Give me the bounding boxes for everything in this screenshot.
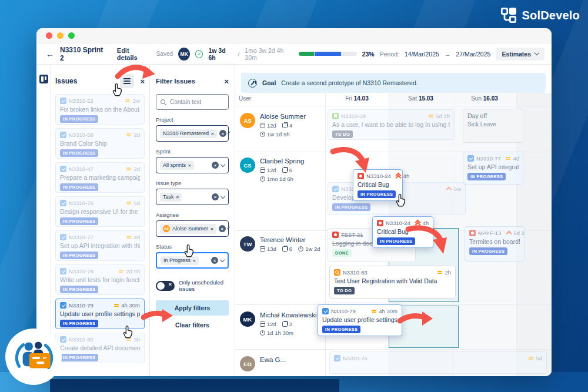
calendar-icon [260, 123, 265, 128]
schedule-grid: Goal Create a second prototype of N3310 … [235, 65, 552, 376]
issues-count-icon [282, 321, 288, 327]
user-row-terence: TW Terence Winter 13d61w 2d [240, 236, 320, 252]
search-input[interactable] [170, 99, 224, 105]
filter-panel: Filter Issues Project N3310 Remastered S… [150, 65, 235, 376]
priority-medium-icon [528, 356, 533, 361]
maximize-window-button[interactable] [68, 32, 75, 39]
board-icon[interactable] [39, 75, 48, 83]
annotation-arrow [141, 306, 175, 327]
story-type-icon [332, 113, 339, 119]
issue-card[interactable]: N3310-472d Prepare a marketing campaign … [55, 162, 145, 193]
scheduled-card-login-story[interactable]: N3310-395d 2h As a user, I want to be ab… [328, 109, 455, 140]
priority-medium-icon [506, 156, 511, 161]
issue-card[interactable]: N3310-782d 5h Write unit tests for login… [55, 264, 145, 295]
hand-cursor [182, 243, 195, 257]
status-badge: IN PROGRESS [322, 326, 360, 333]
period-label: Period: [380, 51, 399, 58]
chevron-down-icon [220, 257, 225, 262]
issues-count-icon [282, 123, 288, 128]
task-type-icon [60, 98, 66, 104]
remove-chip-icon[interactable] [188, 162, 191, 168]
soldevelo-logo-icon [500, 7, 517, 24]
issue-card[interactable]: N3310-765d Design responsive UI for the … [55, 196, 145, 227]
clear-select-icon[interactable] [212, 162, 219, 169]
remove-chip-icon[interactable] [211, 130, 214, 136]
status-badge: IN PROGRESS [469, 247, 507, 255]
close-window-button[interactable] [46, 32, 52, 39]
issue-card[interactable]: N3310-522w Fix broken links on the About… [55, 94, 145, 125]
period-end-date[interactable]: 27/Mar/2025 [456, 51, 490, 58]
assignee-select[interactable]: ASAloise Summer [156, 220, 229, 237]
close-filter-panel-button[interactable] [224, 77, 229, 86]
issue-card[interactable]: N3310-774d Set up API integration with t… [55, 230, 145, 261]
avatar: CS [240, 158, 255, 173]
user-row-michal: MK Michał Kowalewski 12d2 1d 1h 30m [240, 311, 317, 336]
scheduled-card-registration[interactable]: N3310-832h Test User Registration with V… [329, 266, 456, 299]
background-band-dark [50, 379, 339, 392]
priority-medium-icon [437, 270, 442, 275]
scheduled-card-bottom-partial[interactable]: N3310-765d [329, 351, 547, 374]
minimize-window-button[interactable] [57, 32, 64, 39]
priority-medium-icon [125, 98, 131, 103]
user-avatar[interactable]: MK [178, 48, 190, 61]
remove-chip-icon[interactable] [176, 194, 179, 200]
estimates-dropdown[interactable]: Estimates [496, 48, 544, 61]
search-box[interactable] [156, 94, 229, 110]
issues-count-icon [282, 167, 288, 173]
issue-card[interactable]: N3310-582d Brand Color Ship IN PROGRESS [55, 128, 145, 159]
sprint-label: Sprint [156, 148, 229, 155]
check-circle-icon [195, 50, 203, 58]
column-header-sun: Sun 16.03 [453, 95, 516, 102]
status-badge: IN PROGRESS [60, 217, 98, 225]
scheduled-card-api-integration[interactable]: N3310-774d Set up API integration... IN … [463, 152, 523, 185]
issue-type-chip[interactable]: Task [160, 193, 182, 202]
user-row-partial: EG Ewa G... [240, 356, 286, 371]
time-divider: / [238, 51, 239, 58]
back-icon[interactable]: ← [46, 49, 54, 59]
clear-select-icon[interactable] [211, 257, 218, 264]
unscheduled-toggle[interactable] [156, 281, 175, 291]
priority-medium-icon [126, 200, 131, 206]
task-type-icon [60, 234, 66, 240]
column-header-sat: Sat 15.03 [389, 95, 453, 102]
issues-list: N3310-522w Fix broken links on the About… [55, 94, 145, 363]
project-chip[interactable]: N3310 Remastered [160, 129, 217, 138]
dragged-card-profile-page[interactable]: N3310-794h 30m Update user profile setti… [318, 304, 402, 336]
remove-chip-icon[interactable] [193, 257, 196, 263]
issue-type-select[interactable]: Task [156, 189, 229, 205]
sprint-chip[interactable]: All sprints [160, 161, 194, 170]
annotation-arrow [405, 223, 449, 255]
chevron-down-icon [228, 131, 230, 134]
unscheduled-toggle-label: Only unscheduled issues [179, 279, 229, 292]
status-badge: IN PROGRESS [358, 190, 396, 198]
priority-medium-icon [126, 166, 131, 172]
project-select[interactable]: N3310 Remastered [156, 125, 229, 142]
column-header-fri: Fri 14.03 [325, 95, 389, 102]
scheduled-card-termites[interactable]: MAYF-135d 2h Termites on board! IN PROGR… [465, 226, 525, 262]
avatar: TW [240, 236, 255, 252]
status-badge: IN PROGRESS [60, 115, 98, 123]
sprint-select[interactable]: All sprints [156, 157, 229, 173]
task-type-icon [60, 132, 66, 138]
edit-details-button[interactable]: Edit details [117, 47, 151, 61]
status-badge: IN PROGRESS [467, 173, 506, 180]
remove-chip-icon[interactable] [211, 226, 213, 232]
sprint-title: N3310 Sprint 2 [60, 46, 108, 62]
chevron-down-icon [534, 51, 539, 55]
clear-select-icon[interactable] [219, 130, 226, 137]
progress-logged-segment [299, 52, 314, 56]
assignee-chip[interactable]: ASAloise Summer [160, 224, 216, 234]
priority-high-icon [446, 186, 452, 192]
filter-panel-header: Filter Issues [156, 74, 229, 88]
clear-select-icon[interactable] [219, 225, 226, 232]
filter-panel-title: Filter Issues [156, 78, 195, 85]
column-header-user: User [239, 95, 251, 102]
issues-panel: Issues N3310-522w Fix broken links on th… [50, 65, 150, 376]
clear-select-icon[interactable] [212, 193, 219, 200]
priority-medium-icon [126, 234, 131, 240]
priority-high-icon [506, 230, 511, 236]
app-toolbar: ← N3310 Sprint 2 Edit details Saved MK 1… [36, 43, 552, 65]
period-start-date[interactable]: 14/Mar/2025 [405, 51, 439, 58]
time-logged: 1w 3d 6h [208, 47, 232, 61]
priority-medium-icon [118, 269, 123, 274]
